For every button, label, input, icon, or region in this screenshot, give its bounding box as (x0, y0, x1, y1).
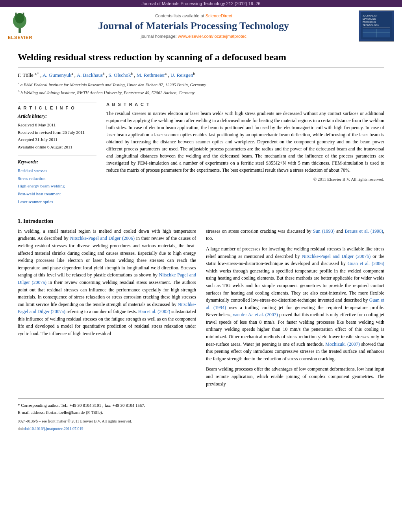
sciencedirect-link[interactable]: ScienceDirect (206, 13, 232, 18)
article-info-header: A R T I C L E I N F O (18, 106, 96, 110)
keywords-section: Keywords: Residual stresses Stress reduc… (18, 156, 96, 206)
journal-title-header: Journal of Materials Processing Technolo… (32, 20, 355, 32)
body-right-col: stresses on stress corrosion cracking wa… (206, 228, 384, 391)
svg-rect-5 (23, 13, 24, 16)
main-content: Welding residual stress reduction by sca… (0, 45, 402, 439)
email-note: E-mail address: florian.toelle@bam.de (F… (18, 409, 384, 416)
ref-mochizuki-2007[interactable]: Mochizuki (2007) (325, 341, 360, 347)
keyword-1[interactable]: Residual stresses (18, 167, 96, 175)
received-revised-date: Received in revised form 26 July 2011 (18, 129, 96, 136)
body-two-col: In welding, a small material region is m… (18, 228, 384, 391)
ref-vanderaa-2007[interactable]: van der Aa et al. (2007) (233, 312, 278, 317)
article-info-abstract-cols: A R T I C L E I N F O Article history: R… (18, 102, 384, 206)
keywords-label: Keywords: (18, 159, 96, 165)
body-left-col: In welding, a small material region is m… (18, 228, 196, 391)
author-reisgen[interactable]: U. Reisgen (170, 72, 193, 78)
journal-icon-inner: JOURNAL OF MATERIALS PROCESSING TECHNOLO… (359, 10, 394, 42)
article-history-label: Article history: (18, 113, 96, 119)
section-divider (18, 212, 384, 212)
ref-sun-1993[interactable]: Sun (1993) (313, 228, 335, 234)
article-info-box: A R T I C L E I N F O Article history: R… (18, 102, 96, 151)
ref-nitschke-2006[interactable]: Nitschke-Pagel and Dilger (2006) (70, 235, 135, 241)
author-backhaus[interactable]: A. Backhaus (77, 72, 103, 78)
journal-citation-bar: Journal of Materials Processing Technolo… (0, 0, 402, 7)
abstract-col: A B S T R A C T The residual stresses in… (106, 102, 384, 206)
author-olschok[interactable]: S. Olschok (108, 72, 131, 78)
journal-homepage: journal homepage: www.elsevier.com/locat… (32, 34, 355, 39)
keyword-3[interactable]: High energy beam welding (18, 182, 96, 190)
copyright-line: © 2011 Elsevier B.V. All rights reserved… (106, 177, 384, 182)
header-center: Contents lists available at ScienceDirec… (32, 13, 355, 38)
keyword-5[interactable]: Laser scanner optics (18, 198, 96, 206)
ref-guan-2006[interactable]: Guan et al. (2006) (348, 261, 384, 266)
ref-nitschke-2007b[interactable]: Nitschke-Pagel and Dilger (2007b) (302, 254, 371, 259)
ref-guan-1994[interactable]: Guan et al. (1994) (206, 297, 384, 310)
contents-line: Contents lists available at ScienceDirec… (32, 13, 355, 18)
svg-text:MATERIALS: MATERIALS (363, 18, 376, 20)
author-rethmeier[interactable]: M. Rethmeier (137, 72, 165, 78)
author-gumenyuk[interactable]: A. Gumenyuk (43, 72, 72, 78)
body-right-text: stresses on stress corrosion cracking wa… (206, 228, 384, 387)
affiliation-a: a a BAM Federal Institute for Materials … (18, 80, 384, 88)
article-info-col: A R T I C L E I N F O Article history: R… (18, 102, 96, 206)
doi-line: doi:doi:10.1016/j.jmatprotec.2011.07.019 (18, 426, 384, 431)
authors-line: F. Tölle a,* , A. Gumenyuka , A. Backhau… (18, 72, 384, 78)
ref-han-2002[interactable]: Han et al. (2002) (138, 309, 170, 314)
svg-rect-4 (15, 13, 17, 16)
journal-homepage-link[interactable]: www.elsevier.com/locate/jmatprotec (178, 34, 246, 39)
abstract-header: A B S T R A C T (106, 102, 384, 107)
svg-text:JOURNAL OF: JOURNAL OF (363, 15, 378, 17)
keyword-4[interactable]: Post-weld heat treatment (18, 190, 96, 198)
received-date: Received 6 May 2011 (18, 121, 96, 129)
elsevier-tree-icon (8, 13, 31, 34)
corresponding-author-note: * Corresponding author. Tel.: +49 30 810… (18, 402, 384, 409)
footnote-section: * Corresponding author. Tel.: +49 30 810… (18, 399, 384, 431)
elsevier-label: ELSEVIER (8, 35, 32, 40)
section-1-title: 1. Introduction (18, 218, 384, 224)
issn-line: 0924-0136/$ – see front matter © 2011 El… (18, 419, 384, 423)
affiliation-b: b b Welding and Joining Institute, RWTH … (18, 88, 384, 96)
ref-nitschke-2007a-1[interactable]: Nitschke-Pagel and Dilger (2007a) (18, 272, 196, 285)
elsevier-logo: ELSEVIER (8, 13, 32, 40)
available-online-date: Available online 6 August 2011 (18, 143, 96, 151)
section-1: 1. Introduction In welding, a small mate… (18, 218, 384, 391)
abstract-text: The residual stresses in narrow electron… (106, 110, 384, 174)
svg-text:TECHNOLOGY: TECHNOLOGY (363, 24, 379, 26)
ref-brauss-1998[interactable]: Brauss et al. (1998) (345, 228, 383, 234)
doi-link[interactable]: doi:10.1016/j.jmatprotec.2011.07.019 (24, 426, 83, 431)
accepted-date: Accepted 31 July 2011 (18, 136, 96, 143)
journal-citation-text: Journal of Materials Processing Technolo… (142, 1, 261, 6)
article-title: Welding residual stress reduction by sca… (18, 51, 384, 68)
svg-rect-1 (19, 27, 21, 32)
svg-text:PROCESSING: PROCESSING (363, 21, 376, 23)
journal-cover-icon: JOURNAL OF MATERIALS PROCESSING TECHNOLO… (361, 12, 392, 39)
body-left-text: In welding, a small material region is m… (18, 228, 196, 337)
keyword-2[interactable]: Stress reduction (18, 175, 96, 183)
journal-icon: JOURNAL OF MATERIALS PROCESSING TECHNOLO… (359, 10, 394, 42)
journal-header: ELSEVIER Contents lists available at Sci… (0, 7, 402, 45)
affiliations: a a BAM Federal Institute for Materials … (18, 80, 384, 96)
